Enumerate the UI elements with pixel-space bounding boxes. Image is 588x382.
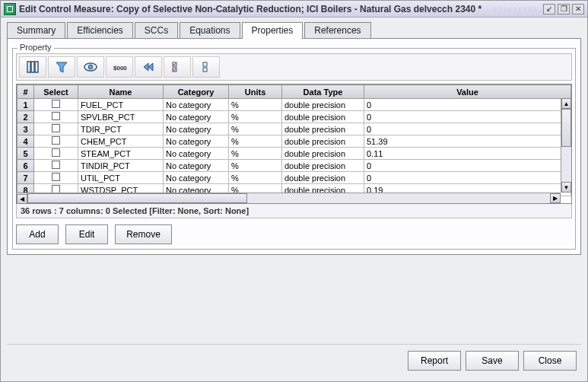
cell-category[interactable]: No category xyxy=(164,111,229,123)
tab-sccs[interactable]: SCCs xyxy=(135,22,178,39)
scroll-left-icon[interactable]: ◀ xyxy=(17,194,27,204)
cell-value[interactable]: 0 xyxy=(364,172,571,184)
cell-name[interactable]: TDIR_PCT xyxy=(78,123,164,135)
close-button[interactable]: Close xyxy=(523,351,577,371)
checkbox-icon[interactable] xyxy=(52,124,60,132)
col-header-datatype[interactable]: Data Type xyxy=(282,85,364,99)
col-header-name[interactable]: Name xyxy=(78,85,164,99)
col-header-num[interactable]: # xyxy=(17,85,34,99)
checkbox-icon[interactable] xyxy=(52,173,60,181)
table-row[interactable]: 7UTIL_PCTNo category%double precision0 xyxy=(17,172,571,184)
cell-units[interactable]: % xyxy=(229,99,282,111)
cell-category[interactable]: No category xyxy=(164,135,229,148)
cell-datatype[interactable]: double precision xyxy=(282,99,364,111)
col-header-value[interactable]: Value xyxy=(364,85,571,99)
row-select-cell[interactable] xyxy=(34,148,78,160)
maximize-button[interactable]: ❐ xyxy=(558,4,570,14)
cell-value[interactable]: 0 xyxy=(364,111,571,123)
cell-value[interactable]: 0.11 xyxy=(364,148,571,160)
table-row[interactable]: 4CHEM_PCTNo category%double precision51.… xyxy=(17,135,571,148)
row-select-cell[interactable] xyxy=(34,172,78,184)
cell-datatype[interactable]: double precision xyxy=(282,135,364,148)
format-icon[interactable]: $000 xyxy=(106,56,133,78)
cell-units[interactable]: % xyxy=(229,135,282,148)
add-button[interactable]: Add xyxy=(16,224,59,244)
table-row[interactable]: 5STEAM_PCTNo category%double precision0.… xyxy=(17,148,571,160)
vscroll-thumb[interactable] xyxy=(561,109,571,147)
checkbox-icon[interactable] xyxy=(52,161,60,169)
cell-name[interactable]: STEAM_PCT xyxy=(78,148,164,160)
tab-references[interactable]: References xyxy=(304,22,370,39)
preview-icon[interactable] xyxy=(77,56,104,78)
cell-units[interactable]: % xyxy=(229,172,282,184)
row-select-cell[interactable] xyxy=(34,123,78,135)
filter-icon[interactable] xyxy=(48,56,75,78)
table-header-row: # Select Name Category Units Data Type V… xyxy=(17,85,571,99)
cell-name[interactable]: CHEM_PCT xyxy=(78,135,164,148)
scroll-down-icon[interactable]: ▼ xyxy=(561,182,571,193)
cell-units[interactable]: % xyxy=(229,111,282,123)
select-all-icon[interactable] xyxy=(164,56,191,78)
cell-name[interactable]: UTIL_PCT xyxy=(78,172,164,184)
cell-category[interactable]: No category xyxy=(164,172,229,184)
tab-properties[interactable]: Properties xyxy=(242,22,304,39)
cell-datatype[interactable]: double precision xyxy=(282,111,364,123)
scroll-up-icon[interactable]: ▲ xyxy=(561,98,571,109)
cell-value[interactable]: 0 xyxy=(364,99,571,111)
checkbox-icon[interactable] xyxy=(52,136,60,145)
report-button[interactable]: Report xyxy=(408,351,461,371)
checkbox-icon[interactable] xyxy=(52,148,60,157)
cell-datatype[interactable]: double precision xyxy=(282,148,364,160)
tabs: Summary Efficiencies SCCs Equations Prop… xyxy=(7,22,581,39)
row-select-cell[interactable] xyxy=(34,160,78,172)
cell-value[interactable]: 0 xyxy=(364,123,571,135)
table-row[interactable]: 1FUEL_PCTNo category%double precision0 xyxy=(17,99,571,111)
tab-summary[interactable]: Summary xyxy=(7,22,65,39)
row-select-cell[interactable] xyxy=(34,111,78,123)
cell-datatype[interactable]: double precision xyxy=(282,172,364,184)
row-select-cell[interactable] xyxy=(34,99,78,111)
cell-units[interactable]: % xyxy=(229,148,282,160)
table-row[interactable]: 6TINDIR_PCTNo category%double precision0 xyxy=(17,160,571,172)
cell-value[interactable]: 51.39 xyxy=(364,135,571,148)
clear-selection-icon[interactable] xyxy=(192,56,220,78)
col-header-category[interactable]: Category xyxy=(164,85,229,99)
cell-datatype[interactable]: double precision xyxy=(282,123,364,135)
save-button[interactable]: Save xyxy=(466,351,519,371)
table-row[interactable]: 2SPVLBR_PCTNo category%double precision0 xyxy=(17,111,571,123)
hscroll-thumb[interactable] xyxy=(27,193,247,203)
cell-category[interactable]: No category xyxy=(164,160,229,172)
close-window-button[interactable]: ✕ xyxy=(572,4,584,14)
tab-efficiencies[interactable]: Efficiencies xyxy=(67,22,132,39)
svg-rect-12 xyxy=(203,68,207,72)
svg-rect-0 xyxy=(27,62,30,72)
table-row[interactable]: 3TDIR_PCTNo category%double precision0 xyxy=(17,123,571,135)
col-header-units[interactable]: Units xyxy=(229,85,282,99)
columns-icon[interactable] xyxy=(19,56,46,78)
cell-units[interactable]: % xyxy=(229,160,282,172)
remove-button[interactable]: Remove xyxy=(115,224,172,244)
cell-datatype[interactable]: double precision xyxy=(282,160,364,172)
iconify-button[interactable]: ↙ xyxy=(543,4,555,14)
cell-name[interactable]: SPVLBR_PCT xyxy=(78,111,164,123)
cell-value[interactable]: 0 xyxy=(364,160,571,172)
checkbox-icon[interactable] xyxy=(52,112,60,120)
row-number: 4 xyxy=(17,135,34,148)
first-page-icon[interactable] xyxy=(135,56,162,78)
property-group: Property $000 xyxy=(12,48,576,250)
scroll-right-icon[interactable]: ▶ xyxy=(550,193,561,203)
cell-name[interactable]: TINDIR_PCT xyxy=(78,160,164,172)
cell-units[interactable]: % xyxy=(229,123,282,135)
cell-category[interactable]: No category xyxy=(164,148,229,160)
cell-category[interactable]: No category xyxy=(164,123,229,135)
col-header-select[interactable]: Select xyxy=(34,85,78,99)
cell-category[interactable]: No category xyxy=(164,99,229,111)
tab-equations[interactable]: Equations xyxy=(180,22,240,39)
cell-name[interactable]: FUEL_PCT xyxy=(78,99,164,111)
checkbox-icon[interactable] xyxy=(52,100,60,108)
row-select-cell[interactable] xyxy=(34,135,78,148)
svg-rect-1 xyxy=(31,62,34,72)
vertical-scrollbar[interactable]: ▲ ▼ xyxy=(561,98,571,193)
horizontal-scrollbar[interactable]: ◀ ▶ xyxy=(17,193,561,203)
edit-button[interactable]: Edit xyxy=(65,224,108,244)
